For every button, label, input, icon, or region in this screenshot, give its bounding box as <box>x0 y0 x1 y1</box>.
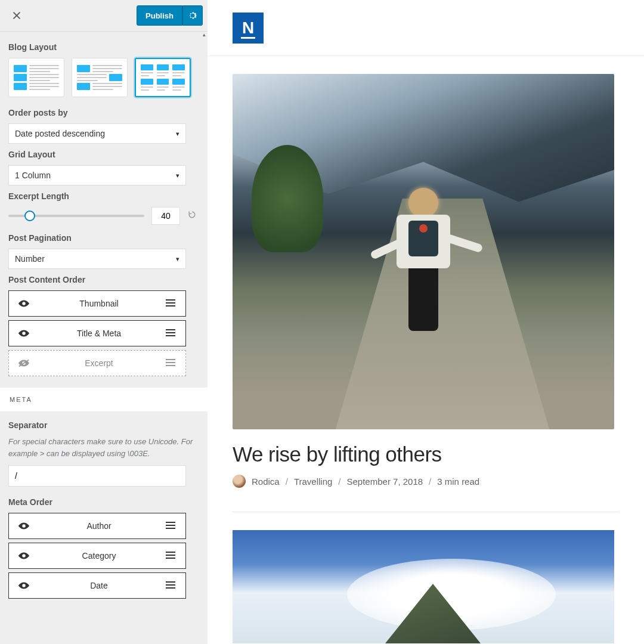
order-item-label: Author <box>33 521 165 531</box>
sidebar-topbar: Publish <box>0 0 208 32</box>
post-read-time: 3 min read <box>437 476 479 487</box>
preview-body: We rise by lifting others Rodica / Trave… <box>208 56 644 643</box>
post-author[interactable]: Rodica <box>252 476 280 487</box>
customizer-panel[interactable]: ▴ Blog Layout <box>0 32 208 644</box>
scroll-up-arrow[interactable]: ▴ <box>200 32 208 39</box>
separator-label: Separator <box>8 420 199 430</box>
post-divider <box>233 512 619 512</box>
post-meta: Rodica / Travelling / September 7, 2018 … <box>233 475 619 488</box>
excerpt-slider[interactable] <box>8 215 144 217</box>
site-logo[interactable]: N <box>233 13 264 44</box>
drag-handle[interactable] <box>165 521 177 531</box>
grid-layout-select[interactable]: 1 Column <box>8 165 186 185</box>
drag-handle[interactable] <box>165 358 177 369</box>
post-date: September 7, 2018 <box>347 476 423 487</box>
visibility-toggle[interactable] <box>17 581 33 590</box>
close-button[interactable] <box>8 7 25 24</box>
separator-input[interactable] <box>8 465 186 487</box>
layout-option-grid[interactable] <box>135 58 191 97</box>
excerpt-value-input[interactable] <box>151 207 180 225</box>
slider-thumb[interactable] <box>24 210 35 221</box>
publish-button[interactable]: Publish <box>137 5 182 26</box>
visibility-toggle[interactable] <box>17 329 33 338</box>
customizer-sidebar: Publish ▴ Blog Layout <box>0 0 208 644</box>
drag-icon <box>165 358 176 367</box>
post-category[interactable]: Travelling <box>294 476 332 487</box>
drag-icon <box>165 299 176 307</box>
order-item-label: Category <box>33 551 165 561</box>
content-order-excerpt[interactable]: Excerpt <box>8 350 186 376</box>
order-item-label: Excerpt <box>33 358 165 368</box>
meta-order-date[interactable]: Date <box>8 572 186 599</box>
drag-handle[interactable] <box>165 329 177 339</box>
drag-handle[interactable] <box>165 581 177 591</box>
pagination-value: Number <box>15 254 45 264</box>
author-avatar[interactable] <box>233 475 246 488</box>
visibility-toggle[interactable] <box>17 299 33 308</box>
settings-button[interactable] <box>182 5 203 26</box>
featured-image[interactable] <box>233 74 614 429</box>
eye-icon <box>17 521 30 531</box>
visibility-toggle[interactable] <box>17 551 33 561</box>
content-order-title-meta[interactable]: Title & Meta <box>8 320 186 346</box>
excerpt-reset-button[interactable] <box>187 210 199 222</box>
publish-group: Publish <box>137 5 203 26</box>
order-item-label: Thumbnail <box>33 299 165 308</box>
drag-icon <box>165 521 176 530</box>
preview-pane: N We rise by lifting others Rodica / Tra… <box>208 0 644 644</box>
content-order-label: Post Content Order <box>8 275 199 284</box>
pagination-select[interactable]: Number <box>8 249 186 269</box>
visibility-toggle[interactable] <box>17 521 33 531</box>
featured-image-2[interactable] <box>233 530 614 643</box>
order-item-label: Title & Meta <box>33 329 165 338</box>
blog-layout-label: Blog Layout <box>8 42 199 52</box>
post-title[interactable]: We rise by lifting others <box>233 442 619 466</box>
excerpt-slider-row <box>8 207 199 225</box>
drag-handle[interactable] <box>165 551 177 561</box>
order-item-label: Date <box>33 581 165 590</box>
gear-icon <box>187 10 198 21</box>
eye-icon <box>17 299 30 308</box>
grid-layout-value: 1 Column <box>15 171 51 180</box>
pagination-label: Post Pagination <box>8 233 199 243</box>
meta-separator: / <box>286 476 288 487</box>
eye-icon <box>17 551 30 561</box>
grid-layout-label: Grid Layout <box>8 150 199 159</box>
blog-layout-options <box>8 58 199 97</box>
site-header: N <box>208 0 644 56</box>
meta-order-category[interactable]: Category <box>8 543 186 569</box>
eye-icon <box>17 329 30 338</box>
layout-option-list[interactable] <box>8 58 64 97</box>
meta-section-header: META <box>0 387 208 412</box>
meta-separator: / <box>338 476 340 487</box>
eye-icon <box>17 581 30 590</box>
reset-icon <box>187 210 197 219</box>
drag-handle[interactable] <box>165 299 177 309</box>
order-posts-label: Order posts by <box>8 108 199 117</box>
order-posts-select[interactable]: Date posted descending <box>8 123 186 144</box>
content-order-thumbnail[interactable]: Thumbnail <box>8 290 186 317</box>
close-icon <box>11 10 22 21</box>
layout-option-alternate[interactable] <box>72 58 128 97</box>
drag-icon <box>165 551 176 559</box>
drag-icon <box>165 581 176 589</box>
meta-order-label: Meta Order <box>8 497 199 507</box>
visibility-toggle[interactable] <box>17 358 33 368</box>
separator-help: For special characters make sure to use … <box>8 436 199 459</box>
excerpt-length-label: Excerpt Length <box>8 191 199 201</box>
order-posts-value: Date posted descending <box>15 129 105 138</box>
drag-icon <box>165 329 176 337</box>
meta-separator: / <box>429 476 431 487</box>
eye-off-icon <box>17 358 30 368</box>
meta-order-author[interactable]: Author <box>8 513 186 539</box>
